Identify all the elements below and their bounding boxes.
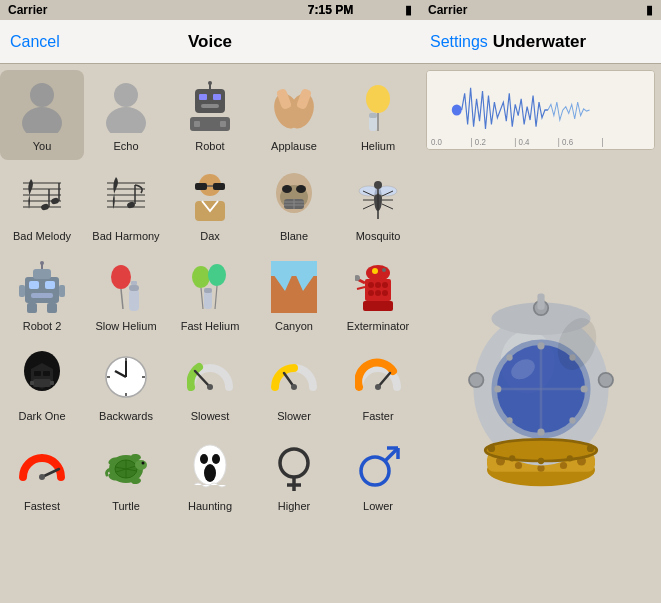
fast-helium-label: Fast Helium <box>181 320 240 333</box>
canyon-icon <box>266 256 322 318</box>
applause-label: Applause <box>271 140 317 153</box>
svg-point-134 <box>200 454 208 464</box>
backwards-label: Backwards <box>99 410 153 423</box>
voice-item-applause[interactable]: Applause <box>252 70 336 160</box>
svg-point-180 <box>509 455 515 461</box>
voice-item-slow-helium[interactable]: Slow Helium <box>84 250 168 340</box>
svg-rect-106 <box>43 371 50 376</box>
fastest-icon <box>14 436 70 498</box>
dax-label: Dax <box>200 230 220 243</box>
voice-item-fast-helium[interactable]: Fast Helium <box>168 250 252 340</box>
exterminator-label: Exterminator <box>347 320 409 333</box>
higher-label: Higher <box>278 500 310 513</box>
slowest-icon <box>182 346 238 408</box>
battery-right: ▮ <box>646 3 653 17</box>
robot-icon <box>182 76 238 138</box>
svg-point-92 <box>382 282 388 288</box>
svg-point-178 <box>487 444 494 451</box>
voice-item-mosquito[interactable]: Mosquito <box>336 160 420 250</box>
voice-item-helium[interactable]: Helium <box>336 70 420 160</box>
faster-icon <box>350 346 406 408</box>
voice-item-backwards[interactable]: Backwards <box>84 340 168 430</box>
you-label: You <box>33 140 52 153</box>
voice-item-canyon[interactable]: Canyon <box>252 250 336 340</box>
voice-item-bad-harmony[interactable]: Bad Harmony <box>84 160 168 250</box>
voice-item-slower[interactable]: Slower <box>252 340 336 430</box>
svg-point-169 <box>506 354 512 360</box>
svg-line-80 <box>215 286 217 309</box>
svg-point-67 <box>40 261 44 265</box>
svg-text:0.0: 0.0 <box>431 136 442 147</box>
voice-item-dark-one[interactable]: Dark One <box>0 340 84 430</box>
slower-label: Slower <box>277 410 311 423</box>
waveform-container: 0.0 | 0.2 | 0.4 | 0.6 | <box>426 70 655 150</box>
svg-point-168 <box>537 428 544 435</box>
voice-item-lower[interactable]: Lower <box>336 430 420 520</box>
svg-point-93 <box>368 290 374 296</box>
voice-item-bad-melody[interactable]: Bad Melody <box>0 160 84 250</box>
svg-point-115 <box>207 384 213 390</box>
svg-rect-104 <box>50 381 54 385</box>
svg-rect-105 <box>34 371 41 376</box>
svg-point-0 <box>30 83 54 107</box>
svg-point-53 <box>374 181 382 189</box>
voice-item-higher[interactable]: Higher <box>252 430 336 520</box>
svg-rect-102 <box>33 379 51 387</box>
left-nav-bar: Cancel Voice <box>0 20 420 64</box>
slow-helium-icon <box>98 256 154 318</box>
svg-rect-96 <box>363 301 393 311</box>
svg-rect-81 <box>204 291 212 309</box>
settings-button[interactable]: Settings <box>430 33 488 51</box>
slower-icon <box>266 346 322 408</box>
voice-item-dax[interactable]: Dax <box>168 160 252 250</box>
svg-rect-65 <box>33 269 51 279</box>
svg-point-175 <box>598 372 612 386</box>
svg-point-165 <box>494 385 501 392</box>
carrier-right: Carrier <box>428 3 467 17</box>
svg-rect-64 <box>31 293 53 298</box>
voice-item-turtle[interactable]: Turtle <box>84 430 168 520</box>
svg-line-99 <box>357 287 365 289</box>
voice-item-robot[interactable]: Robot <box>168 70 252 160</box>
voice-item-robot2[interactable]: Robot 2 <box>0 250 84 340</box>
voice-item-blane[interactable]: Blane <box>252 160 336 250</box>
voice-item-fastest[interactable]: Fastest <box>0 430 84 520</box>
svg-point-86 <box>366 265 390 281</box>
voice-item-you[interactable]: You <box>0 70 84 160</box>
right-panel: Carrier 7:15 PM ▮ Settings Underwater 0.… <box>420 0 661 603</box>
underwater-title: Underwater <box>493 32 587 52</box>
svg-text:|: | <box>601 136 603 147</box>
svg-point-181 <box>566 455 572 461</box>
svg-point-167 <box>537 342 544 349</box>
svg-point-3 <box>106 107 146 133</box>
svg-line-60 <box>382 204 393 209</box>
voice-item-slowest[interactable]: Slowest <box>168 340 252 430</box>
canyon-label: Canyon <box>275 320 313 333</box>
voice-item-exterminator[interactable]: Exterminator <box>336 250 420 340</box>
svg-point-119 <box>375 384 381 390</box>
blane-label: Blane <box>280 230 308 243</box>
voice-grid: You Echo <box>0 64 420 603</box>
voice-item-haunting[interactable]: Haunting <box>168 430 252 520</box>
applause-icon <box>266 76 322 138</box>
voice-item-faster[interactable]: Faster <box>336 340 420 430</box>
cancel-button[interactable]: Cancel <box>10 33 60 51</box>
svg-point-12 <box>208 81 212 85</box>
svg-rect-38 <box>195 183 207 190</box>
voice-item-echo[interactable]: Echo <box>84 70 168 160</box>
bad-melody-icon <box>14 166 70 228</box>
svg-rect-75 <box>129 285 139 291</box>
svg-rect-10 <box>220 121 226 127</box>
svg-point-17 <box>366 85 390 113</box>
svg-line-73 <box>121 289 123 309</box>
svg-rect-20 <box>369 113 377 118</box>
echo-label: Echo <box>113 140 138 153</box>
svg-point-140 <box>361 457 389 485</box>
svg-rect-74 <box>129 289 139 311</box>
svg-rect-61 <box>25 277 59 303</box>
slow-helium-label: Slow Helium <box>95 320 156 333</box>
left-panel: Carrier 7:15 PM ▮ Cancel Voice You <box>0 0 420 603</box>
haunting-icon <box>182 436 238 498</box>
svg-rect-184 <box>537 293 544 309</box>
svg-point-155 <box>514 461 521 468</box>
